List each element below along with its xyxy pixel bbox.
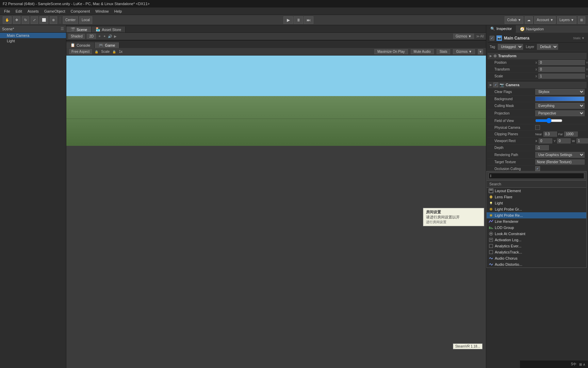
culling-mask-value: Everything: [535, 103, 585, 109]
move-tool[interactable]: ✥: [13, 16, 20, 24]
hierarchy-menu[interactable]: ☰: [61, 27, 64, 31]
svg-rect-21: [489, 227, 490, 229]
search-item-light-probe-renderer[interactable]: Light Probe Re...: [487, 212, 586, 218]
account-btn[interactable]: Account ▼: [534, 16, 556, 24]
search-item-line-renderer[interactable]: Line Renderer: [487, 218, 586, 225]
tab-inspector[interactable]: 🔍 Inspector: [486, 25, 516, 33]
clear-flags-select[interactable]: Skybox: [535, 89, 585, 95]
play-controls: ▶ ⏸ ⏭: [283, 16, 313, 24]
hierarchy-camera-label: Main Camera: [7, 33, 29, 37]
tag-select[interactable]: Untagged: [498, 44, 523, 50]
camera-enable-toggle[interactable]: ✓: [493, 82, 498, 87]
scale-x-input[interactable]: [538, 74, 585, 79]
search-input[interactable]: [489, 173, 584, 179]
search-title: Search: [487, 181, 586, 188]
shading-btn[interactable]: Shaded: [68, 34, 85, 39]
object-name: Main Camera: [504, 36, 529, 41]
menu-assets[interactable]: Assets: [25, 9, 42, 14]
fx-btn[interactable]: ✦: [103, 34, 106, 38]
audio-chorus-label: Audio Chorus: [495, 256, 518, 260]
scale-row: Scale X Y Z: [488, 73, 587, 80]
vp-x-input[interactable]: [539, 138, 552, 143]
rendering-path-label: Rendering Path: [494, 153, 535, 157]
vp-y-input[interactable]: [557, 138, 571, 143]
transform-header[interactable]: ▶ ⊕ Transform: [488, 52, 587, 59]
fov-row: Field of View: [488, 117, 587, 124]
inspector-tab-label: Inspector: [496, 27, 512, 31]
menu-help[interactable]: Help: [111, 9, 125, 14]
rect-tool[interactable]: ⬜: [39, 16, 48, 24]
pause-button[interactable]: ⏸: [294, 16, 303, 24]
mute-audio-btn[interactable]: Mute Audio: [411, 49, 434, 54]
layers-btn[interactable]: Layers ▼: [557, 16, 576, 24]
layout-btn[interactable]: ⊞: [578, 16, 585, 24]
maximize-on-play-btn[interactable]: Maximize On Play: [374, 49, 408, 54]
depth-input[interactable]: [535, 145, 549, 150]
collab-btn[interactable]: Collab ▼: [505, 16, 523, 24]
rendering-path-select[interactable]: Use Graphics Settings: [535, 152, 585, 158]
menu-gameobject[interactable]: GameObject: [42, 9, 68, 14]
search-item-lens-flare[interactable]: Lens Flare: [487, 194, 586, 200]
menu-component[interactable]: Component: [68, 9, 93, 14]
hierarchy-item-main-camera[interactable]: Main Camera: [0, 33, 66, 38]
occlusion-culling-checkbox[interactable]: ✓: [535, 166, 540, 171]
layer-select[interactable]: Default: [537, 44, 558, 50]
tab-game[interactable]: 🎮 Game: [95, 42, 119, 48]
lighting-btn[interactable]: ☀: [98, 34, 101, 38]
rotation-xyz: X Y Z: [535, 67, 588, 72]
play-button[interactable]: ▶: [283, 16, 293, 24]
menu-window[interactable]: Window: [93, 9, 111, 14]
search-item-activation-log[interactable]: Activation Log...: [487, 237, 586, 243]
position-x-input[interactable]: [538, 60, 585, 65]
anim-btn[interactable]: ▶: [114, 34, 117, 38]
layout-element-label: Layout Element: [495, 189, 521, 193]
audio-btn[interactable]: 🔊: [108, 34, 112, 38]
vp-w-input[interactable]: [576, 138, 588, 143]
search-item-analytics-event[interactable]: Analytics Ever...: [487, 243, 586, 249]
scale-tool[interactable]: ⤢: [31, 16, 38, 24]
far-input[interactable]: [564, 132, 578, 137]
camera-header[interactable]: ▶ ✓ 📷 Camera: [488, 81, 587, 88]
hand-tool[interactable]: ✋: [3, 16, 12, 24]
search-item-light[interactable]: Light: [487, 200, 586, 206]
search-item-look-at-constraint[interactable]: Look At Constraint: [487, 231, 586, 237]
menu-file[interactable]: File: [1, 9, 13, 14]
physical-camera-checkbox[interactable]: [535, 125, 540, 130]
search-item-audio-chorus[interactable]: Audio Chorus: [487, 255, 586, 261]
search-item-analytics-track[interactable]: AnalyticsTrack...: [487, 249, 586, 255]
culling-mask-select[interactable]: Everything: [535, 103, 585, 109]
menu-edit[interactable]: Edit: [13, 9, 25, 14]
search-item-audio-distortion[interactable]: Audio Distortio...: [487, 261, 586, 267]
rotation-x-input[interactable]: [538, 67, 585, 72]
search-item-lod-group[interactable]: LOD Group: [487, 225, 586, 231]
physical-camera-label: Physical Camera: [494, 126, 535, 129]
tab-console[interactable]: 📋 Console: [66, 42, 95, 48]
mode-2d-btn[interactable]: 2D: [87, 34, 96, 39]
tab-asset-store[interactable]: 🏪 Asset Store: [92, 27, 126, 32]
universal-tool[interactable]: ⊕: [50, 16, 57, 24]
object-active-toggle[interactable]: ✓: [490, 36, 494, 41]
gizmos-game-btn[interactable]: Gizmos ▼: [453, 49, 475, 54]
line-renderer-label: Line Renderer: [495, 219, 519, 224]
search-scene[interactable]: ≫ All: [476, 34, 484, 38]
rotate-tool[interactable]: ↻: [22, 16, 29, 24]
stats-btn[interactable]: Stats: [437, 49, 451, 54]
hierarchy-item-light[interactable]: Light: [0, 38, 66, 44]
local-btn[interactable]: Local: [79, 16, 92, 24]
tab-scene[interactable]: 🎬 Scene: [66, 27, 92, 32]
cloud-btn[interactable]: ☁: [525, 16, 533, 24]
background-color-swatch[interactable]: [535, 96, 585, 101]
tab-navigation[interactable]: 🧭 Navigation: [516, 25, 548, 33]
collapse-bottom-btn[interactable]: ▼: [478, 49, 483, 55]
gizmos-btn[interactable]: Gizmos ▼: [453, 34, 474, 39]
target-texture-input[interactable]: [535, 159, 585, 165]
near-input[interactable]: [543, 132, 557, 137]
camera-component-title: Camera: [506, 83, 519, 87]
step-button[interactable]: ⏭: [304, 16, 313, 24]
projection-select[interactable]: Perspective: [535, 110, 585, 116]
search-item-layout-element[interactable]: Layout Element: [487, 188, 586, 194]
center-btn[interactable]: Center: [63, 16, 78, 24]
fov-slider[interactable]: [535, 118, 562, 123]
search-item-light-probe-group[interactable]: Light Probe Gr...: [487, 206, 586, 212]
aspect-btn[interactable]: Free Aspect: [69, 49, 92, 54]
